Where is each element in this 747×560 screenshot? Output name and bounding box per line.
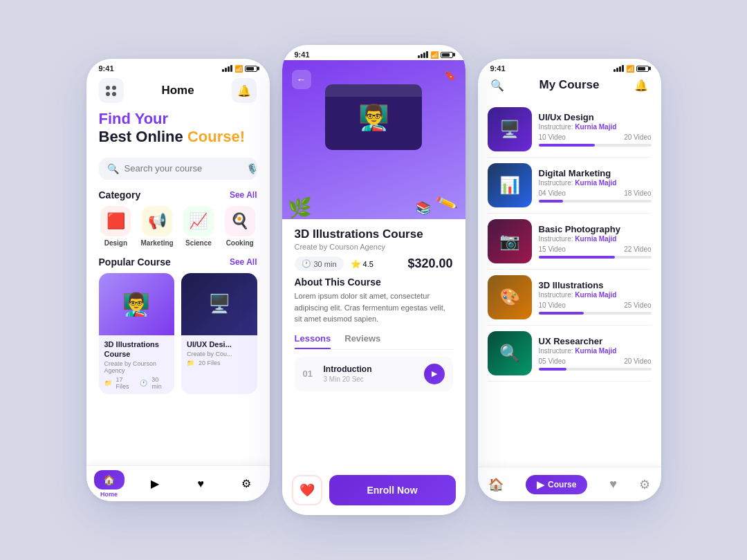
nav-bar-left: Home 🔔 xyxy=(86,74,270,109)
search-button-right[interactable]: 🔍 xyxy=(490,79,504,92)
alert-button-right[interactable]: 🔔 xyxy=(634,79,648,92)
course-title-1: 3D Illustrations Course xyxy=(104,339,169,360)
bnr-home-icon: 🏠 xyxy=(488,477,504,492)
course-title-2: UI/UX Desi... xyxy=(187,339,252,349)
popular-header: Popular Course See All xyxy=(86,254,270,273)
thumb-ux: 🔍 xyxy=(488,331,532,375)
course-meta-2: 📁 20 Files xyxy=(187,360,252,366)
files-icon-2: 📁 xyxy=(187,360,194,366)
phone-left: 9:41 📶 Home 🔔 Find Your xyxy=(86,59,270,501)
phone-center: 9:41 📶 👨‍🏫 ← 🔖 🌿 ✏️ 📚 xyxy=(282,45,465,515)
notification-button[interactable]: 🔔 xyxy=(232,78,257,103)
tab-lessons[interactable]: Lessons xyxy=(295,333,331,349)
signal-icon-c xyxy=(418,51,428,58)
instructor-digital: Instructure: Kurnia Majid xyxy=(539,179,652,187)
bnr-settings[interactable]: ⚙ xyxy=(639,477,650,492)
home-icon: 🏠 xyxy=(94,470,124,489)
bottom-nav-right: 🏠 ▶ Course ♥ ⚙ xyxy=(478,467,661,501)
wifi-icon-r: 📶 xyxy=(626,65,634,73)
banner-screen: 👨‍🏫 xyxy=(325,84,422,150)
category-design[interactable]: 🟥 Design xyxy=(99,206,133,247)
bookmark-button[interactable]: 🔖 xyxy=(444,70,456,81)
enroll-label: Enroll Now xyxy=(367,485,417,496)
plant-icon: 🌿 xyxy=(288,196,312,219)
nav-play[interactable]: ▶ xyxy=(132,477,178,490)
category-see-all[interactable]: See All xyxy=(230,190,257,200)
nav-settings[interactable]: ⚙ xyxy=(223,477,269,490)
files-icon-1: 📁 xyxy=(104,380,112,386)
lesson-title: Introduction xyxy=(324,364,417,374)
ctitle-ux: UX Researcher xyxy=(539,336,652,346)
video-row-photo: 15 Video 22 Video xyxy=(539,245,652,253)
course-card-2[interactable]: 🖥️ UI/UX Desi... Create by Cou... 📁 20 F… xyxy=(181,273,257,395)
status-bar-right: 9:41 📶 xyxy=(478,59,661,74)
list-item-photo[interactable]: 📷 Basic Photography Instructure: Kurnia … xyxy=(488,214,652,270)
bnr-course[interactable]: ▶ Course xyxy=(526,475,587,494)
page-title-right: My Course xyxy=(540,78,600,92)
about-title: About This Course xyxy=(295,277,453,288)
list-item-uiux[interactable]: 🖥️ UI/Ux Design Instructure: Kurnia Maji… xyxy=(488,102,652,158)
category-cooking[interactable]: 🍳 Cooking xyxy=(223,206,257,247)
thumb-uiux-icon: 🖥️ xyxy=(499,120,520,139)
progress-digital xyxy=(539,200,652,203)
cooking-label: Cooking xyxy=(226,239,254,247)
menu-button[interactable] xyxy=(99,78,124,103)
progress-fill-digital xyxy=(539,200,564,203)
time-center: 9:41 xyxy=(295,50,310,59)
about-description: Lorem ipsum dolor sit amet, consectetur … xyxy=(295,290,453,325)
top-bar-right: 🔍 My Course 🔔 xyxy=(478,74,661,97)
list-item-digital[interactable]: 📊 Digital Marketing Instructure: Kurnia … xyxy=(488,158,652,214)
popular-see-all[interactable]: See All xyxy=(230,257,257,267)
list-item-ux[interactable]: 🔍 UX Researcher Instructure: Kurnia Maji… xyxy=(488,326,652,382)
clock-icon-1: 🕐 xyxy=(140,380,147,386)
home-title: Home xyxy=(161,84,194,97)
rating-value: 4.5 xyxy=(363,260,374,268)
video-row-ux: 05 Video 20 Video xyxy=(539,357,652,365)
enroll-button[interactable]: Enroll Now xyxy=(329,475,456,505)
lesson-item-1[interactable]: 01 Introduction 3 Min 20 Sec ▶ xyxy=(295,357,453,391)
category-science[interactable]: 📈 Science xyxy=(181,206,216,247)
course-card-info-2: UI/UX Desi... Create by Cou... 📁 20 File… xyxy=(181,335,257,371)
mic-icon: 🎙️ xyxy=(246,163,258,174)
course-meta-center: 🕐 30 min ⭐ 4.5 $320.00 xyxy=(295,256,453,271)
duration-pill: 🕐 30 min xyxy=(295,256,344,271)
info-3d: 3D Illustrations Instructure: Kurnia Maj… xyxy=(539,280,652,315)
hero-line1: Find Your xyxy=(99,110,257,128)
settings-icon: ⚙ xyxy=(241,477,251,490)
play-lesson-button[interactable]: ▶ xyxy=(424,364,445,384)
info-digital: Digital Marketing Instructure: Kurnia Ma… xyxy=(539,168,652,203)
progress-photo xyxy=(539,256,652,259)
list-item-3d[interactable]: 🎨 3D Illustrations Instructure: Kurnia M… xyxy=(488,270,652,326)
progress-3d xyxy=(539,312,652,315)
cooking-icon-box: 🍳 xyxy=(225,206,255,236)
status-icons-left: 📶 xyxy=(222,65,257,73)
category-list: 🟥 Design 📢 Marketing 📈 Science 🍳 Cooking xyxy=(86,206,270,254)
category-header: Category See All xyxy=(86,187,270,206)
heart-button[interactable]: ❤️ xyxy=(292,475,322,505)
search-icon: 🔍 xyxy=(107,163,119,174)
course-card-info-1: 3D Illustrations Course Create by Courso… xyxy=(99,335,175,395)
tab-reviews[interactable]: Reviews xyxy=(344,333,380,349)
bnr-favorites[interactable]: ♥ xyxy=(609,477,617,492)
course-thumb-1: 👨‍🏫 xyxy=(99,273,175,335)
ctitle-digital: Digital Marketing xyxy=(539,168,652,178)
category-marketing[interactable]: 📢 Marketing xyxy=(140,206,174,247)
bnr-home[interactable]: 🏠 xyxy=(488,477,504,492)
thumb-uiux: 🖥️ xyxy=(488,107,532,151)
bnr-course-icon: ▶ xyxy=(537,479,544,490)
course-price: $320.00 xyxy=(407,256,452,271)
nav-home[interactable]: 🏠 Home xyxy=(86,470,132,498)
instructor-photo: Instructure: Kurnia Majid xyxy=(539,235,652,243)
nav-heart[interactable]: ♥ xyxy=(178,478,223,490)
search-bar[interactable]: 🔍 🎙️ xyxy=(99,158,257,180)
files-count-2: 20 Files xyxy=(199,360,221,366)
time-left: 9:41 xyxy=(99,64,114,73)
search-input[interactable] xyxy=(124,163,241,174)
banner-illustration: 👨‍🏫 ← 🔖 🌿 ✏️ 📚 xyxy=(282,60,465,219)
course-card-1[interactable]: 👨‍🏫 3D Illustrations Course Create by Co… xyxy=(99,273,175,395)
science-icon-box: 📈 xyxy=(183,206,214,236)
back-button[interactable]: ← xyxy=(292,70,311,89)
thumb-photo-icon: 📷 xyxy=(499,232,520,251)
thumb-3d: 🎨 xyxy=(488,275,532,319)
instructor-3d: Instructure: Kurnia Majid xyxy=(539,291,652,299)
